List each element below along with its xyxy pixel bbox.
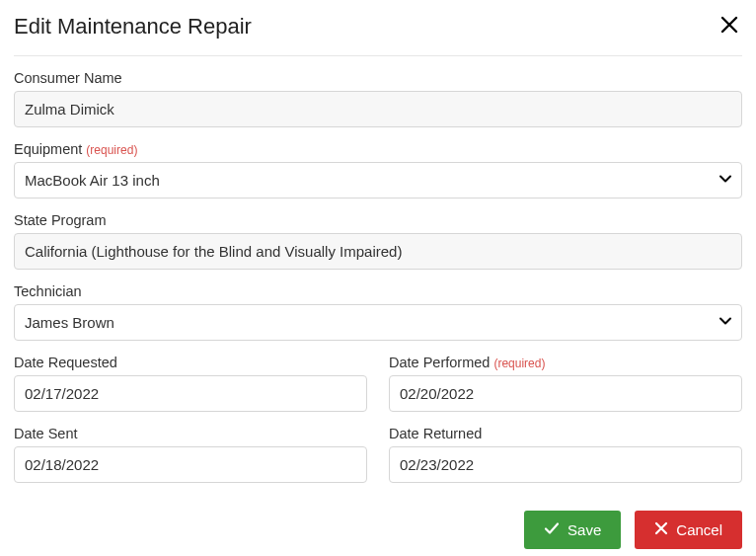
date-performed-field: Date Performed (required) [389,355,742,412]
close-icon[interactable] [717,12,742,41]
consumer-name-value: Zulma Dimick [14,91,742,127]
cancel-button[interactable]: Cancel [635,511,742,549]
equipment-select[interactable]: MacBook Air 13 inch [14,162,742,199]
technician-value: James Brown [14,304,742,341]
date-performed-label-text: Date Performed [389,355,490,370]
close-icon [654,521,668,538]
check-icon [544,520,560,539]
modal-header: Edit Maintenance Repair [14,12,742,56]
state-program-select[interactable]: California (Lighthouse for the Blind and… [14,233,742,270]
date-returned-label: Date Returned [389,426,742,441]
save-button[interactable]: Save [524,511,621,549]
equipment-label: Equipment (required) [14,141,742,157]
save-button-label: Save [567,521,601,538]
consumer-name-select[interactable]: Zulma Dimick [14,91,742,127]
consumer-name-label: Consumer Name [14,70,742,86]
cancel-button-label: Cancel [676,521,722,538]
date-sent-label: Date Sent [14,426,367,441]
date-returned-field: Date Returned [389,426,742,483]
date-row-2: Date Sent Date Returned [14,426,742,497]
date-sent-input[interactable] [14,446,367,483]
equipment-label-text: Equipment [14,141,82,157]
equipment-value: MacBook Air 13 inch [14,162,742,199]
date-requested-field: Date Requested [14,355,367,412]
date-performed-required: (required) [493,357,545,370]
date-sent-field: Date Sent [14,426,367,483]
date-requested-input[interactable] [14,375,367,412]
technician-label: Technician [14,283,742,299]
equipment-required: (required) [86,143,137,157]
state-program-field: State Program California (Lighthouse for… [14,212,742,270]
edit-maintenance-repair-modal: Edit Maintenance Repair Consumer Name Zu… [0,0,756,556]
consumer-name-field: Consumer Name Zulma Dimick [14,70,742,127]
state-program-label: State Program [14,212,742,228]
date-performed-input[interactable] [389,375,742,412]
date-row-1: Date Requested Date Performed (required) [14,355,742,426]
modal-footer: Save Cancel [14,511,742,549]
modal-title: Edit Maintenance Repair [14,14,252,40]
technician-field: Technician James Brown [14,283,742,341]
date-requested-label: Date Requested [14,355,367,370]
state-program-value: California (Lighthouse for the Blind and… [14,233,742,270]
date-performed-label: Date Performed (required) [389,355,742,370]
date-returned-input[interactable] [389,446,742,483]
equipment-field: Equipment (required) MacBook Air 13 inch [14,141,742,199]
technician-select[interactable]: James Brown [14,304,742,341]
